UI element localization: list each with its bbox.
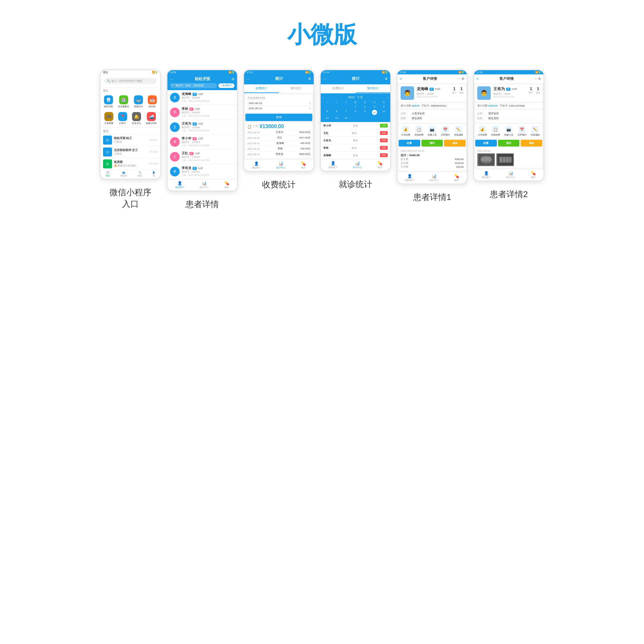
nav-stats-5[interactable]: 📊 统计中心 [430, 174, 439, 182]
tab-fee-stats-4[interactable]: 收费统计 [321, 84, 355, 93]
visit-tabs: 收费统计 预约统计 [321, 84, 390, 93]
icon-healthbao[interactable]: 🏥 北京健康宝 [118, 95, 129, 108]
quick-action-photo[interactable]: 📷 拍像上传 [427, 125, 437, 137]
add-patient-button[interactable]: + 新增客户 [218, 83, 234, 88]
quick-action-appoint-6[interactable]: 📅 立即预约 [517, 125, 527, 137]
profile-date-6: 2021-09-10 17:22:22 [493, 96, 526, 98]
icon-tripcard[interactable]: 📍 行程卡 [118, 112, 127, 125]
xray-image-1[interactable] [477, 153, 495, 166]
quick-action-collect[interactable]: 💰 大宗收费 [401, 125, 411, 137]
quick-action-edit-6[interactable]: ✏️ 信息编辑 [530, 125, 540, 137]
screen6-wrapper: 17:26 📶🔋 < 客户详情 ··· ⚙ 👨 [473, 70, 544, 200]
quick-action-followup[interactable]: 📋 后续收费 [414, 125, 424, 137]
wechat-nav-me[interactable]: 👤 我 [152, 171, 155, 177]
wechat-section-label: 最近 [100, 128, 160, 134]
visit-item-5[interactable]: 龙海峰 复诊 未到 [321, 152, 390, 159]
quick-action-appoint[interactable]: 📅 立即预约 [440, 125, 450, 137]
nav-stats[interactable]: 📊 统计中心 [200, 181, 209, 189]
nav-my-patients-4[interactable]: 👤 我的客户 [328, 161, 337, 169]
diagnose-btn[interactable]: 就诊 [444, 140, 466, 147]
nav-care-3[interactable]: 💊 推护 [301, 161, 306, 169]
query-button[interactable]: 查询 [245, 114, 312, 121]
quick-action-collect-6[interactable]: 💰 大宗收费 [478, 125, 487, 137]
patients-icon-4: 👤 [331, 161, 336, 166]
wechat-search-bar[interactable]: 🔍 输入：轻松牙医软件小微版 [104, 78, 156, 84]
screen4-phone: 17:14 📶🔋 ··· 统计 ⚙ 收费统计 预约统计 [320, 70, 391, 171]
icon-friends-notify[interactable]: 🔔 好友关注 [132, 112, 141, 125]
calendar-days-grid: 1 2 3 4 5 6 7 8 9 10 11 12 13 14 [323, 105, 388, 120]
appoint-btn-6[interactable]: 预约 [498, 140, 520, 147]
visit-settings-icon[interactable]: ⚙ [385, 77, 388, 81]
nav-stats-4[interactable]: 📊 统计中心 [353, 161, 362, 169]
nav-my-patients[interactable]: 👤 我的客户 [175, 181, 184, 189]
settings-icon[interactable]: ⚙ [232, 77, 234, 81]
wechat-nav-wechat[interactable]: 💬 微信 [106, 171, 110, 177]
wechat-msg-3[interactable]: 租 租房群 🔥 断案活出奋进路... 下午3:29 [100, 158, 160, 170]
back-button-6[interactable]: < [477, 77, 479, 81]
wechat-nav-discover[interactable]: 🔍 发现 [137, 171, 142, 177]
quick-action-followup-6[interactable]: 📋 后续收费 [491, 125, 500, 137]
nav-my-patients-5[interactable]: 👤 我的客户 [405, 174, 414, 182]
detail-settings-icon-6[interactable]: ⚙ [538, 77, 541, 81]
collect-btn-6[interactable]: 收费 [475, 140, 497, 147]
nav-care[interactable]: 💊 推护 [224, 181, 229, 189]
icon-kuaiyue[interactable]: 📅 快约排 [148, 95, 157, 108]
cal-next-btn[interactable]: › [387, 96, 388, 99]
nav-care-5[interactable]: 💊 推护 [454, 174, 459, 182]
record-date-6: 2021-09-10 [477, 149, 540, 152]
nav-my-patients-3[interactable]: 👤 我的客户 [252, 161, 261, 169]
nav-stats-6[interactable]: 📊 统计中心 [506, 171, 515, 179]
date-from-row[interactable]: · 2021-09-10 › [247, 101, 310, 106]
tab-appt-stats-4[interactable]: 预约统计 [355, 84, 390, 93]
wechat-nav-contacts[interactable]: 👥 通讯录 [120, 171, 127, 177]
visit-item-2[interactable]: 王红 复诊 未到 [321, 129, 390, 137]
visit-list: 李小华 复诊 已到 王红 复诊 未到 王有为 预诊 未到 [321, 122, 390, 159]
visit-item-4[interactable]: 李林 复诊 未到 [321, 144, 390, 152]
tab-appt-stats[interactable]: 预约统计 [279, 84, 314, 93]
back-button-5[interactable]: < [400, 77, 402, 81]
visit-title: 统计 [327, 76, 385, 81]
patient-item-3[interactable]: 王 王有为 男 45岁 病历号：210004 入诊：2021-09-10 16:… [167, 120, 237, 135]
nav-care-4[interactable]: 💊 推护 [378, 161, 383, 169]
visit-item-1[interactable]: 李小华 复诊 已到 [321, 122, 390, 129]
followup-icon: 📋 [415, 126, 422, 133]
visit-item-3[interactable]: 王有为 预诊 未到 [321, 137, 390, 144]
icon-xitang[interactable]: 🚌 喜唐出行 [134, 95, 143, 108]
icon-game[interactable]: 🎮 王者荣耀 [104, 112, 113, 125]
detail-fields-5: 分类： 小美牙诊所 标签： 附近居民 [399, 110, 466, 123]
profile-info-6: 王有为 男 45岁 病历号：21004 2021-09-10 17:22:22 [493, 86, 526, 98]
patient-info-2: 李林 女 54岁 病历号：210005 入诊：2021-09-10 16:48:… [182, 107, 234, 118]
patient-info-4: 李小华 女 22岁 病历号：210003 入诊：2021-09-07 14:28… [182, 137, 234, 147]
icon-12306[interactable]: 🚄 链露12306 [146, 112, 156, 125]
gender-badge-6: 男 [193, 167, 197, 170]
screen6-label: 患者详情2 [490, 188, 528, 200]
nav-my-patients-6[interactable]: 👤 我的客户 [482, 171, 491, 179]
patient-item-6[interactable]: 李 李有龙 男 40岁 病历号：210001 入诊：2021-08-03 09:… [167, 164, 237, 179]
gender-badge-1: 男 [193, 93, 197, 96]
icon-qingsongyayi[interactable]: 🦷 轻松牙医 [104, 95, 113, 108]
tab-fee-stats[interactable]: 收费统计 [244, 84, 279, 93]
patient-name-row-4: 李小华 女 22岁 [182, 137, 234, 141]
collect-btn[interactable]: 收费 [399, 140, 420, 147]
patient-item-1[interactable]: 龙 龙海峰 男 59岁 病历号：210006 入诊：2021-09-10 16:… [167, 90, 237, 105]
cal-prev-btn[interactable]: ‹ [323, 96, 324, 99]
patient-item-2[interactable]: 李 李林 女 54岁 病历号：210005 入诊：2021-09-10 16:4… [167, 105, 237, 120]
stats-settings-icon[interactable]: ⚙ [308, 77, 311, 81]
xray-image-2[interactable] [496, 153, 514, 166]
detail-settings-icon[interactable]: ⚙ [461, 77, 464, 81]
followup-icon-6: 📋 [492, 126, 499, 133]
msg-content-3: 租房群 🔥 断案活出奋进路... [114, 160, 147, 167]
quick-action-photo-6[interactable]: 📷 拍像上传 [504, 125, 514, 137]
patient-item-5[interactable]: 王 王红 女 19岁 病历号：210002 入诊：2021-08-07 14:2… [167, 149, 237, 164]
date-to-row[interactable]: · 2021-09-10 › [247, 106, 310, 111]
quick-action-edit[interactable]: ✏️ 信息编辑 [454, 125, 463, 137]
wechat-msg-2[interactable]: 北 北京轻松软件·文工 已阅读 下午3:54 [100, 146, 160, 158]
nav-stats-3[interactable]: 📊 统计中心 [276, 161, 285, 169]
nav-care-6[interactable]: 💊 推护 [531, 171, 536, 179]
wechat-msg-1[interactable]: 轻 轻松牙医·站工 已阅读 下午5:17 [100, 134, 160, 146]
diagnose-btn-6[interactable]: 就诊 [521, 140, 542, 147]
patient-item-4[interactable]: 李 李小华 女 22岁 病历号：210003 入诊：2021-09-07 14:… [167, 135, 237, 149]
field-tag-5: 标签： 附近居民 [401, 116, 464, 121]
appoint-btn[interactable]: 预约 [421, 140, 443, 147]
patient-search-input[interactable]: 🔍 病历号、姓名、拼音首签 [170, 83, 217, 88]
